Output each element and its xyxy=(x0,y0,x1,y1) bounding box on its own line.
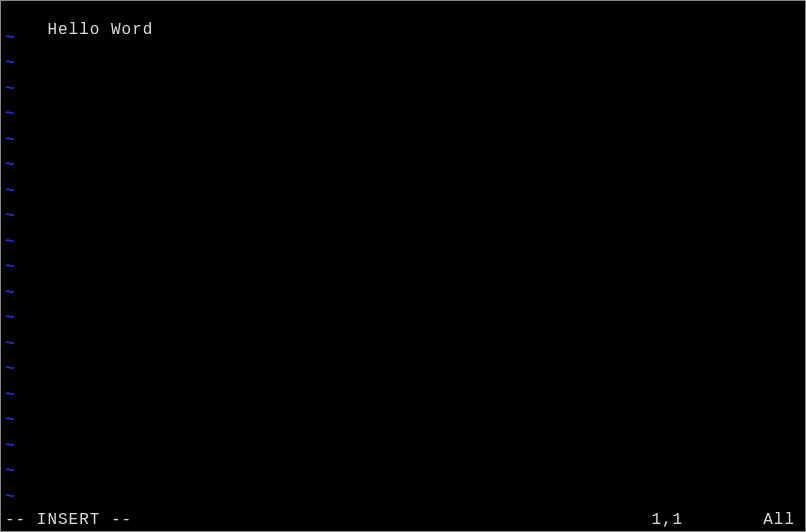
status-bar: -- INSERT -- 1,1 All xyxy=(5,511,801,529)
tilde-icon: ~ xyxy=(5,182,16,200)
empty-line-tilde: ~ xyxy=(5,335,801,361)
tilde-icon: ~ xyxy=(5,386,16,404)
tilde-icon: ~ xyxy=(5,488,16,506)
empty-line-tilde: ~ xyxy=(5,360,801,386)
tilde-icon: ~ xyxy=(5,437,16,455)
tilde-icon: ~ xyxy=(5,462,16,480)
empty-line-tilde: ~ xyxy=(5,131,801,157)
empty-line-tilde: ~ xyxy=(5,233,801,259)
tilde-icon: ~ xyxy=(5,258,16,276)
empty-line-tilde: ~ xyxy=(5,462,801,488)
empty-line-tilde: ~ xyxy=(5,54,801,80)
tilde-icon: ~ xyxy=(5,207,16,225)
empty-line-tilde: ~ xyxy=(5,258,801,284)
tilde-icon: ~ xyxy=(5,29,16,47)
empty-line-tilde: ~ xyxy=(5,386,801,412)
empty-line-tilde: ~ xyxy=(5,309,801,335)
tilde-icon: ~ xyxy=(5,360,16,378)
mode-indicator: -- INSERT -- xyxy=(5,511,132,529)
tilde-icon: ~ xyxy=(5,54,16,72)
empty-line-tilde: ~ xyxy=(5,182,801,208)
text-line[interactable]: Hello Word xyxy=(5,3,801,29)
status-spacer xyxy=(132,511,651,529)
empty-line-tilde: ~ xyxy=(5,156,801,182)
tilde-icon: ~ xyxy=(5,156,16,174)
tilde-icon: ~ xyxy=(5,411,16,429)
tilde-icon: ~ xyxy=(5,80,16,98)
empty-line-tilde: ~ xyxy=(5,437,801,463)
empty-line-tilde: ~ xyxy=(5,488,801,514)
empty-line-tilde: ~ xyxy=(5,105,801,131)
editor-area[interactable]: Hello Word ~~~~~~~~~~~~~~~~~~~ xyxy=(5,3,801,509)
tilde-icon: ~ xyxy=(5,309,16,327)
tilde-icon: ~ xyxy=(5,131,16,149)
scroll-percent: All xyxy=(763,511,801,529)
tilde-icon: ~ xyxy=(5,105,16,123)
empty-line-tilde: ~ xyxy=(5,411,801,437)
cursor-position: 1,1 xyxy=(651,511,763,529)
tilde-icon: ~ xyxy=(5,233,16,251)
empty-line-tilde: ~ xyxy=(5,207,801,233)
empty-line-tilde: ~ xyxy=(5,80,801,106)
tilde-icon: ~ xyxy=(5,284,16,302)
empty-line-tilde: ~ xyxy=(5,284,801,310)
tilde-icon: ~ xyxy=(5,335,16,353)
buffer-text: Hello Word xyxy=(47,21,153,39)
